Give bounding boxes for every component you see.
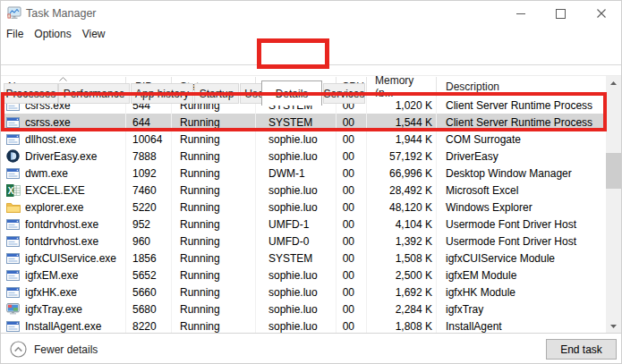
- cell-name: fontdrvhost.exe: [1, 216, 126, 233]
- column-header-mem[interactable]: Memory (p...: [367, 77, 437, 97]
- cell-description: InstallAgent: [437, 317, 608, 334]
- app-window-icon: [6, 166, 21, 180]
- table-row[interactable]: XEXCEL.EXE7460Runningsophie.luo0028,492 …: [1, 182, 608, 199]
- table-row[interactable]: DriverEasy.exe7888Runningsophie.luo0057,…: [1, 148, 608, 165]
- table-row[interactable]: fontdrvhost.exe960RunningUMFD-0001,392 K…: [1, 233, 608, 250]
- process-name: InstallAgent.exe: [25, 320, 101, 333]
- app-window-icon: [6, 132, 21, 146]
- cell-pid: 8220: [126, 317, 172, 334]
- cell-memory: 2,284 K: [367, 301, 437, 317]
- app-window-icon: [6, 115, 21, 129]
- process-name: igfxEM.exe: [25, 269, 78, 282]
- column-header-label: Memory (p...: [375, 74, 432, 99]
- cell-status: Running: [172, 182, 256, 199]
- cell-memory: 57,192 K: [367, 148, 437, 165]
- cell-cpu: 00: [337, 182, 367, 199]
- close-button[interactable]: [581, 1, 621, 26]
- cell-memory: 1,544 K: [367, 114, 437, 131]
- cell-name: igfxHK.exe: [1, 284, 126, 301]
- folder-icon: [6, 200, 21, 214]
- tab-processes[interactable]: Processes: [4, 83, 58, 104]
- cell-memory: 1,692 K: [367, 284, 437, 301]
- app-window-icon: [6, 268, 21, 282]
- column-header-desc[interactable]: Description: [437, 77, 608, 97]
- table-body: csrss.exe544RunningSYSTEM001,020 KClient…: [1, 97, 608, 334]
- cell-cpu: 00: [337, 216, 367, 233]
- table-row[interactable]: igfxHK.exe5660Runningsophie.luo001,692 K…: [1, 284, 608, 301]
- app-window-icon: [6, 285, 21, 299]
- cell-description: Microsoft Excel: [437, 182, 608, 199]
- table-row[interactable]: igfxTray.exe5680Runningsophie.luo002,284…: [1, 301, 608, 317]
- cell-status: Running: [172, 250, 256, 267]
- cell-description: Usermode Font Driver Host: [437, 233, 608, 250]
- tab-details[interactable]: Details: [261, 80, 322, 106]
- table-row[interactable]: explorer.exe5220Runningsophie.luo0048,12…: [1, 199, 608, 216]
- maximize-button[interactable]: [541, 1, 581, 26]
- scroll-down-button[interactable]: [606, 319, 621, 333]
- table-row[interactable]: igfxCUIService.exe1856RunningSYSTEM001,5…: [1, 250, 608, 267]
- table-row[interactable]: fontdrvhost.exe952RunningUMFD-1004,104 K…: [1, 216, 608, 233]
- cell-status: Running: [172, 267, 256, 284]
- table-row[interactable]: dllhost.exe10064Runningsophie.luo001,944…: [1, 131, 608, 148]
- cell-cpu: 00: [337, 267, 367, 284]
- cell-description: Windows Explorer: [437, 199, 608, 216]
- cell-name: csrss.exe: [1, 114, 126, 131]
- cell-description: Desktop Window Manager: [437, 165, 608, 182]
- menu-file[interactable]: File: [6, 28, 23, 40]
- process-name: DriverEasy.exe: [25, 150, 97, 163]
- cell-name: explorer.exe: [1, 199, 126, 216]
- table-row[interactable]: InstallAgent.exe8220Runningsophie.luo001…: [1, 317, 608, 334]
- scroll-up-icon: [610, 81, 617, 85]
- cell-pid: 5652: [126, 267, 172, 284]
- cell-description: DriverEasy: [437, 148, 608, 165]
- cell-user: sophie.luo: [256, 317, 337, 334]
- vertical-scrollbar[interactable]: [606, 76, 621, 333]
- cell-user: sophie.luo: [256, 284, 337, 301]
- table-row[interactable]: igfxEM.exe5652Runningsophie.luo002,500 K…: [1, 267, 608, 284]
- app-window-icon: [6, 319, 21, 333]
- cell-description: igfxHK Module: [437, 284, 608, 301]
- tab-startup[interactable]: Startup: [194, 83, 239, 104]
- table-row[interactable]: dwm.exe1092RunningDWM-10066,996 KDesktop…: [1, 165, 608, 182]
- column-header-label: Description: [446, 80, 499, 93]
- scroll-up-button[interactable]: [606, 76, 621, 89]
- end-task-button[interactable]: End task: [546, 339, 617, 360]
- cell-status: Running: [172, 131, 256, 148]
- task-manager-icon: [7, 6, 21, 21]
- table-row[interactable]: csrss.exe644RunningSYSTEM001,544 KClient…: [1, 114, 608, 131]
- cell-status: Running: [172, 301, 256, 317]
- tabstrip-baseline: [1, 64, 622, 65]
- tray-monitor-icon: [6, 302, 21, 316]
- cell-name: igfxCUIService.exe: [1, 250, 126, 267]
- tab-services[interactable]: Services: [323, 83, 365, 104]
- tab-strip: ProcessesPerformanceApp historyStartupUs…: [1, 40, 622, 65]
- cell-user: sophie.luo: [256, 131, 337, 148]
- cell-status: Running: [172, 148, 256, 165]
- cell-description: igfxEM Module: [437, 267, 608, 284]
- menu-view[interactable]: View: [82, 28, 106, 40]
- cell-description: COM Surrogate: [437, 131, 608, 148]
- minimize-button[interactable]: [500, 1, 541, 26]
- tab-app-history[interactable]: App history: [131, 83, 193, 104]
- cell-name: XEXCEL.EXE: [1, 182, 126, 199]
- cell-user: SYSTEM: [256, 250, 337, 267]
- fewer-details-toggle[interactable]: Fewer details: [10, 341, 98, 358]
- menu-options[interactable]: Options: [34, 28, 71, 40]
- cell-cpu: 00: [337, 250, 367, 267]
- cell-pid: 1856: [126, 250, 172, 267]
- scrollbar-thumb[interactable]: [606, 153, 621, 189]
- cell-name: DriverEasy.exe: [1, 148, 126, 165]
- process-name: fontdrvhost.exe: [25, 218, 98, 231]
- cell-memory: 1,944 K: [367, 131, 437, 148]
- cell-memory: 4,104 K: [367, 216, 437, 233]
- close-icon: [597, 9, 606, 18]
- process-name: fontdrvhost.exe: [25, 235, 98, 248]
- cell-pid: 960: [126, 233, 172, 250]
- cell-status: Running: [172, 165, 256, 182]
- cell-name: InstallAgent.exe: [1, 317, 126, 334]
- cell-pid: 5220: [126, 199, 172, 216]
- fewer-details-label: Fewer details: [34, 343, 98, 356]
- cell-pid: 10064: [126, 131, 172, 148]
- tab-performance[interactable]: Performance: [58, 83, 130, 104]
- cell-memory: 1,020 K: [367, 97, 437, 114]
